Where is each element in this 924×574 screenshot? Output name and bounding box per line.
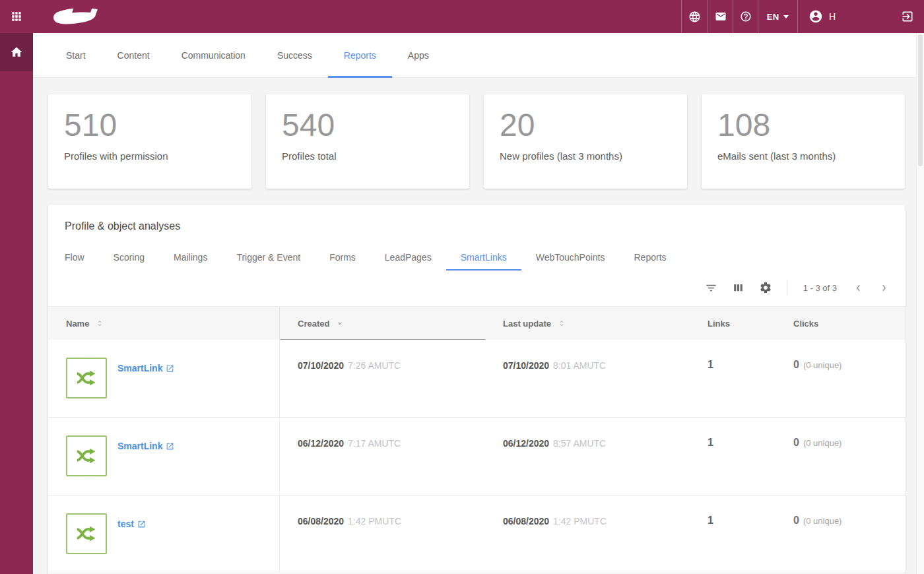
clicks-count: 0 xyxy=(793,515,799,526)
brand-logo[interactable] xyxy=(50,0,104,33)
cell-clicks: 0(0 unique) xyxy=(776,340,906,417)
stat-value: 108 xyxy=(717,106,889,144)
panel-title: Profile & object analyses xyxy=(48,205,906,232)
language-selector[interactable]: EN xyxy=(758,0,797,33)
tab-content[interactable]: Content xyxy=(102,33,166,77)
tab-communication[interactable]: Communication xyxy=(166,33,261,77)
column-label: Links xyxy=(708,319,730,329)
scrollbar xyxy=(916,33,924,574)
smartlinks-table: Name Created Last update Links Clicks xyxy=(48,306,906,573)
column-label: Clicks xyxy=(793,319,818,329)
tab-start[interactable]: Start xyxy=(50,33,102,77)
account-icon[interactable] xyxy=(808,9,823,24)
apps-grid-icon xyxy=(10,10,23,23)
created-time: 7:26 AMUTC xyxy=(348,360,401,371)
tab-leadpages[interactable]: LeadPages xyxy=(370,244,446,271)
logo-icon xyxy=(50,7,104,26)
cell-clicks: 0(0 unique) xyxy=(776,495,906,573)
column-header-last-update[interactable]: Last update xyxy=(485,307,690,340)
language-globe-button[interactable] xyxy=(681,0,708,33)
main-nav: Start Content Communication Success Repo… xyxy=(33,33,924,78)
content-area: 510 Profiles with permission 540 Profile… xyxy=(33,78,924,574)
toolbar-divider xyxy=(787,280,787,296)
settings-button[interactable] xyxy=(759,281,772,294)
smartlink-name-link[interactable]: test xyxy=(117,519,146,529)
created-date: 06/12/2020 xyxy=(298,438,344,449)
smartlink-name-link[interactable]: SmartLink xyxy=(117,363,174,373)
columns-button[interactable] xyxy=(732,282,744,294)
clicks-count: 0 xyxy=(793,359,799,370)
row-name: SmartLink xyxy=(117,441,162,451)
cell-created: 06/12/20207:17 AMUTC xyxy=(280,418,485,495)
tab-trigger-event[interactable]: Trigger & Event xyxy=(222,244,315,271)
top-bar: EN H xyxy=(0,0,924,33)
cell-created: 06/08/20201:42 PMUTC xyxy=(280,495,485,573)
column-label: Created xyxy=(298,319,329,329)
cell-created: 07/10/20207:26 AMUTC xyxy=(280,340,485,417)
stat-value: 540 xyxy=(282,106,453,144)
apps-menu-button[interactable] xyxy=(0,0,33,33)
scrollbar-thumb[interactable] xyxy=(918,34,923,166)
pagination-range: 1 - 3 of 3 xyxy=(803,283,837,293)
updated-date: 07/10/2020 xyxy=(503,360,549,371)
table-row: SmartLink 07/10/20207:26 AMUTC 07/10/202… xyxy=(48,340,906,418)
smartlink-thumbnail xyxy=(66,435,107,476)
user-section: H xyxy=(797,0,924,33)
language-label: EN xyxy=(767,12,779,22)
filter-button[interactable] xyxy=(705,282,717,294)
row-name: test xyxy=(117,519,134,529)
cell-last-update: 06/08/20201:42 PMUTC xyxy=(485,495,690,573)
tab-reports-sub[interactable]: Reports xyxy=(620,244,681,271)
column-header-name[interactable]: Name xyxy=(48,307,280,340)
shuffle-icon xyxy=(74,521,99,546)
tab-smartlinks[interactable]: SmartLinks xyxy=(446,244,521,271)
table-header: Name Created Last update Links Clicks xyxy=(48,306,906,340)
smartlink-thumbnail xyxy=(66,513,107,554)
updated-time: 1:42 PMUTC xyxy=(553,516,607,526)
table-toolbar: 1 - 3 of 3 xyxy=(48,276,906,300)
cell-last-update: 06/12/20208:57 AMUTC xyxy=(485,418,690,495)
column-label: Name xyxy=(66,319,89,329)
row-name: SmartLink xyxy=(117,363,162,373)
smartlink-name-link[interactable]: SmartLink xyxy=(117,441,174,451)
table-row: test 06/08/20201:42 PMUTC 06/08/20201:42… xyxy=(48,495,906,573)
tab-webtouchpoints[interactable]: WebTouchPoints xyxy=(521,244,620,271)
stat-value: 510 xyxy=(64,106,236,144)
tab-success[interactable]: Success xyxy=(261,33,328,77)
pagination-prev-button[interactable] xyxy=(853,282,864,294)
mail-button[interactable] xyxy=(708,0,733,33)
created-time: 1:42 PMUTC xyxy=(348,516,401,526)
clicks-count: 0 xyxy=(793,437,799,448)
sidebar-home-button[interactable] xyxy=(0,33,33,71)
column-header-clicks: Clicks xyxy=(776,307,906,340)
tab-flow[interactable]: Flow xyxy=(50,244,99,271)
sidebar xyxy=(0,33,33,574)
clicks-unique-note: (0 unique) xyxy=(803,438,842,448)
analyses-tabs: Flow Scoring Mailings Trigger & Event Fo… xyxy=(50,244,906,271)
updated-time: 8:57 AMUTC xyxy=(553,438,606,449)
tab-mailings[interactable]: Mailings xyxy=(159,244,222,271)
stat-value: 20 xyxy=(500,106,671,144)
topbar-actions: EN H xyxy=(681,0,924,33)
sort-desc-icon xyxy=(335,319,345,328)
logout-button[interactable] xyxy=(901,10,924,23)
tab-forms[interactable]: Forms xyxy=(315,244,370,271)
user-initial: H xyxy=(829,11,836,22)
tab-reports[interactable]: Reports xyxy=(328,33,392,77)
help-button[interactable] xyxy=(733,0,758,33)
pagination-next-button[interactable] xyxy=(878,282,890,294)
tab-apps[interactable]: Apps xyxy=(392,33,445,77)
column-header-created[interactable]: Created xyxy=(280,307,485,340)
stat-cards: 510 Profiles with permission 540 Profile… xyxy=(48,94,924,189)
chevron-right-icon xyxy=(878,282,890,294)
logout-icon xyxy=(901,10,914,23)
globe-icon xyxy=(688,11,701,23)
updated-time: 8:01 AMUTC xyxy=(553,360,606,371)
stat-label: New profiles (last 3 months) xyxy=(500,150,671,162)
chevron-down-icon xyxy=(783,15,789,18)
tab-scoring[interactable]: Scoring xyxy=(99,244,159,271)
updated-date: 06/12/2020 xyxy=(503,438,549,449)
clicks-unique-note: (0 unique) xyxy=(803,516,842,526)
shuffle-icon xyxy=(74,366,99,391)
mail-icon xyxy=(715,11,727,22)
